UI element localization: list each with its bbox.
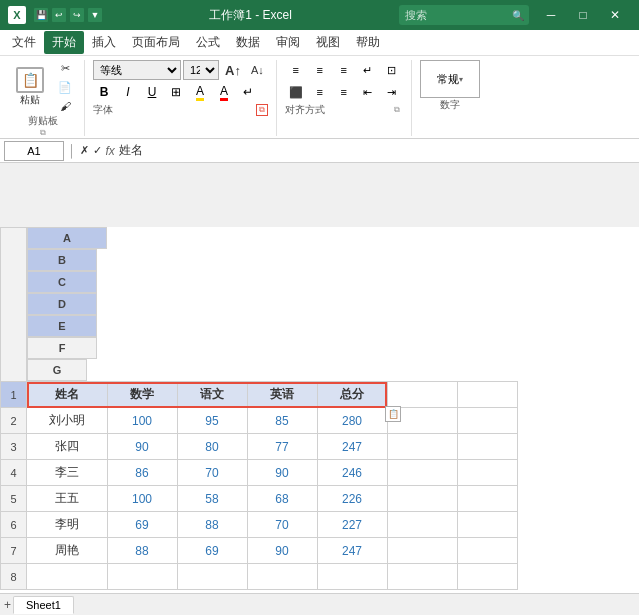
cell-A7[interactable]: 周艳 — [27, 538, 108, 564]
cell-F5[interactable] — [387, 486, 457, 512]
wrap-btn[interactable]: ↵ — [237, 82, 259, 102]
align-top-right-btn[interactable]: ≡ — [333, 60, 355, 80]
col-header-d[interactable]: D — [27, 293, 97, 315]
quick-save-btn[interactable]: 💾 — [34, 8, 48, 22]
row-header-7[interactable]: 7 — [1, 538, 27, 564]
menu-view[interactable]: 视图 — [308, 31, 348, 54]
cell-B6[interactable]: 69 — [107, 512, 177, 538]
copy-btn[interactable]: 📄 — [54, 79, 76, 96]
cell-C7[interactable]: 69 — [177, 538, 247, 564]
cell-F6[interactable] — [387, 512, 457, 538]
cell-G3[interactable] — [457, 434, 517, 460]
cell-A6[interactable]: 李明 — [27, 512, 108, 538]
menu-data[interactable]: 数据 — [228, 31, 268, 54]
cell-A4[interactable]: 李三 — [27, 460, 108, 486]
formula-input[interactable] — [119, 144, 635, 158]
cell-B8[interactable] — [107, 564, 177, 590]
cell-G6[interactable] — [457, 512, 517, 538]
menu-file[interactable]: 文件 — [4, 31, 44, 54]
cell-A1[interactable]: 姓名 — [27, 382, 108, 408]
cell-B5[interactable]: 100 — [107, 486, 177, 512]
format-painter-btn[interactable]: 🖌 — [54, 98, 76, 114]
undo-btn[interactable]: ↩ — [52, 8, 66, 22]
row-header-8[interactable]: 8 — [1, 564, 27, 590]
col-header-a[interactable]: A — [27, 227, 107, 249]
cell-D7[interactable]: 90 — [247, 538, 317, 564]
maximize-btn[interactable]: □ — [567, 0, 599, 30]
menu-home[interactable]: 开始 — [44, 31, 84, 54]
cell-F3[interactable] — [387, 434, 457, 460]
cell-B7[interactable]: 88 — [107, 538, 177, 564]
wrap-text-btn[interactable]: ↵ — [357, 60, 379, 80]
center-align-btn[interactable]: ≡ — [309, 82, 331, 102]
cell-reference-input[interactable] — [4, 141, 64, 161]
redo-btn[interactable]: ↪ — [70, 8, 84, 22]
increase-font-btn[interactable]: A↑ — [221, 61, 245, 80]
cell-E2[interactable]: 280 — [317, 408, 387, 434]
cell-F8[interactable] — [387, 564, 457, 590]
quick-open-btn[interactable]: ▼ — [88, 8, 102, 22]
close-btn[interactable]: ✕ — [599, 0, 631, 30]
cell-G1[interactable] — [457, 382, 517, 408]
search-input[interactable] — [399, 5, 529, 25]
cell-A3[interactable]: 张四 — [27, 434, 108, 460]
cell-E3[interactable]: 247 — [317, 434, 387, 460]
row-header-4[interactable]: 4 — [1, 460, 27, 486]
cell-F7[interactable] — [387, 538, 457, 564]
alignment-dialog-btn[interactable]: ⧉ — [391, 104, 403, 116]
cell-D4[interactable]: 90 — [247, 460, 317, 486]
row-header-6[interactable]: 6 — [1, 512, 27, 538]
menu-review[interactable]: 审阅 — [268, 31, 308, 54]
font-dialog-btn[interactable]: ⧉ — [256, 104, 268, 116]
align-top-center-btn[interactable]: ≡ — [309, 60, 331, 80]
paste-btn[interactable]: 📋 粘贴 — [10, 67, 50, 107]
cell-C6[interactable]: 88 — [177, 512, 247, 538]
border-btn[interactable]: ⊞ — [165, 82, 187, 102]
add-sheet-btn[interactable]: + — [4, 598, 11, 612]
cell-G5[interactable] — [457, 486, 517, 512]
right-align-btn[interactable]: ≡ — [333, 82, 355, 102]
menu-insert[interactable]: 插入 — [84, 31, 124, 54]
cell-B1[interactable]: 数学 — [107, 382, 177, 408]
row-header-2[interactable]: 2 — [1, 408, 27, 434]
clipboard-dialog-btn[interactable]: ⧉ — [39, 128, 47, 136]
cell-F4[interactable] — [387, 460, 457, 486]
cell-D3[interactable]: 77 — [247, 434, 317, 460]
cell-C5[interactable]: 58 — [177, 486, 247, 512]
col-header-b[interactable]: B — [27, 249, 97, 271]
confirm-formula-btn[interactable]: ✓ — [93, 144, 102, 157]
cell-C8[interactable] — [177, 564, 247, 590]
cell-D5[interactable]: 68 — [247, 486, 317, 512]
bold-btn[interactable]: B — [93, 82, 115, 102]
paste-indicator[interactable]: 📋 — [385, 406, 401, 422]
menu-help[interactable]: 帮助 — [348, 31, 388, 54]
decrease-font-btn[interactable]: A↓ — [247, 62, 268, 78]
font-size-select[interactable]: 12 — [183, 60, 219, 80]
cell-B4[interactable]: 86 — [107, 460, 177, 486]
cell-C1[interactable]: 语文 — [177, 382, 247, 408]
sheet-tab-1[interactable]: Sheet1 — [13, 596, 74, 614]
col-header-c[interactable]: C — [27, 271, 97, 293]
cell-G7[interactable] — [457, 538, 517, 564]
number-format-select[interactable]: 常规 ▾ — [420, 60, 480, 98]
cell-E7[interactable]: 247 — [317, 538, 387, 564]
cancel-formula-btn[interactable]: ✗ — [80, 144, 89, 157]
underline-btn[interactable]: U — [141, 82, 163, 102]
grid-scroll[interactable]: A B C D E F G 1姓名数学语文英语总分2刘小明10095852803… — [0, 227, 639, 594]
cell-E8[interactable] — [317, 564, 387, 590]
minimize-btn[interactable]: ─ — [535, 0, 567, 30]
cell-D2[interactable]: 85 — [247, 408, 317, 434]
cell-E4[interactable]: 246 — [317, 460, 387, 486]
menu-layout[interactable]: 页面布局 — [124, 31, 188, 54]
cell-E1[interactable]: 总分 — [317, 382, 387, 408]
col-header-e[interactable]: E — [27, 315, 97, 337]
merge-btn[interactable]: ⊡ — [381, 60, 403, 80]
cut-btn[interactable]: ✂ — [54, 60, 76, 77]
row-header-3[interactable]: 3 — [1, 434, 27, 460]
cell-G4[interactable] — [457, 460, 517, 486]
font-color-btn[interactable]: A — [213, 82, 235, 102]
cell-F1[interactable] — [387, 382, 457, 408]
cell-C4[interactable]: 70 — [177, 460, 247, 486]
row-header-1[interactable]: 1 — [1, 382, 27, 408]
col-header-g[interactable]: G — [27, 359, 87, 381]
